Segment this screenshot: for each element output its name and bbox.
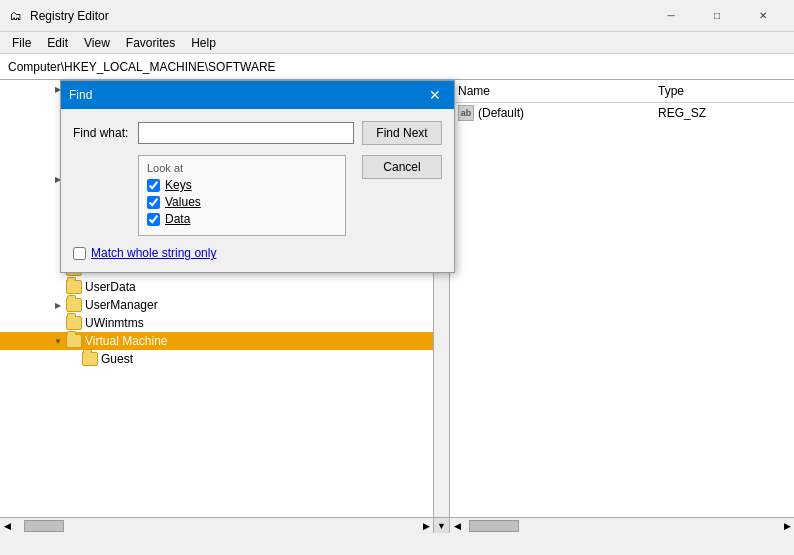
checkbox-keys-row: Keys <box>147 178 337 192</box>
menu-favorites[interactable]: Favorites <box>118 34 183 52</box>
find-what-label: Find what: <box>73 126 138 140</box>
checkbox-values[interactable] <box>147 196 160 209</box>
title-bar: 🗂 Registry Editor ─ □ ✕ <box>0 0 794 32</box>
window-controls: ─ □ ✕ <box>648 0 786 32</box>
menu-bar: File Edit View Favorites Help <box>0 32 794 54</box>
dialog-close-button[interactable]: ✕ <box>424 84 446 106</box>
menu-edit[interactable]: Edit <box>39 34 76 52</box>
minimize-button[interactable]: ─ <box>648 0 694 32</box>
look-at-area: Look at Keys Values Data <box>73 155 346 260</box>
close-button[interactable]: ✕ <box>740 0 786 32</box>
checkbox-keys[interactable] <box>147 179 160 192</box>
cancel-area: Cancel <box>354 155 442 179</box>
app-title: Registry Editor <box>30 9 648 23</box>
match-row: Match whole string only <box>73 246 346 260</box>
dialog-title: Find <box>69 88 424 102</box>
app-icon: 🗂 <box>8 8 24 24</box>
checkbox-data[interactable] <box>147 213 160 226</box>
match-label: Match whole string only <box>91 246 216 260</box>
look-at-label: Look at <box>147 162 337 174</box>
menu-help[interactable]: Help <box>183 34 224 52</box>
checkbox-keys-label: Keys <box>165 178 192 192</box>
cancel-button[interactable]: Cancel <box>362 155 442 179</box>
maximize-button[interactable]: □ <box>694 0 740 32</box>
dialog-title-bar: Find ✕ <box>61 81 454 109</box>
checkbox-values-row: Values <box>147 195 337 209</box>
dialog-body: Find what: Find Next Look at Keys <box>61 109 454 272</box>
address-bar: Computer\HKEY_LOCAL_MACHINE\SOFTWARE <box>0 54 794 80</box>
find-dialog: Find ✕ Find what: Find Next Look at <box>60 80 455 273</box>
look-at-box: Look at Keys Values Data <box>138 155 346 236</box>
address-path[interactable]: Computer\HKEY_LOCAL_MACHINE\SOFTWARE <box>4 58 790 76</box>
dialog-overlay: Find ✕ Find what: Find Next Look at <box>0 80 794 533</box>
find-what-input[interactable] <box>138 122 354 144</box>
checkbox-data-row: Data <box>147 212 337 226</box>
menu-file[interactable]: File <box>4 34 39 52</box>
checkbox-match[interactable] <box>73 247 86 260</box>
find-what-row: Find what: Find Next <box>73 121 442 145</box>
checkbox-data-label: Data <box>165 212 190 226</box>
find-next-button[interactable]: Find Next <box>362 121 442 145</box>
menu-view[interactable]: View <box>76 34 118 52</box>
checkbox-values-label: Values <box>165 195 201 209</box>
main-content: ▶TableTextServiceTracingTransaction Serv… <box>0 80 794 533</box>
look-at-section: Look at Keys Values Data <box>73 155 442 260</box>
